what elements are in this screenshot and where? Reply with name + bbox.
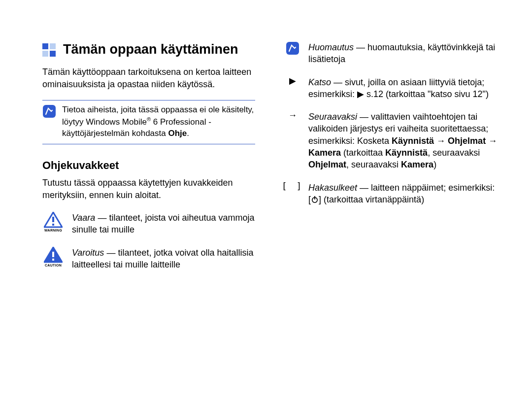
caution-term: Varoitus bbox=[72, 248, 104, 258]
warning-term: Vaara bbox=[72, 213, 95, 223]
note2-row: Huomautus — huomautuksia, käyttövinkkejä… bbox=[285, 41, 498, 66]
next-t4: , seuraavaksi bbox=[346, 160, 401, 169]
next-row: → Seuraavaksi — valittavien vaihtoehtoje… bbox=[285, 111, 498, 170]
next-b2: Ohjelmat bbox=[448, 136, 486, 146]
page-title: Tämän oppaan käyttäminen bbox=[63, 41, 238, 57]
power-icon bbox=[311, 196, 319, 203]
next-b1: Käynnistä bbox=[392, 136, 434, 146]
next-t5: ) bbox=[433, 160, 436, 169]
see-row: ▶ Katso — sivut, joilla on asiaan liitty… bbox=[285, 76, 498, 100]
note-dot: . bbox=[187, 129, 189, 138]
warning-label: WARNING bbox=[44, 229, 62, 232]
reg-mark: ® bbox=[147, 116, 151, 122]
next-a2: → bbox=[486, 136, 497, 146]
br-term: Hakasulkeet bbox=[308, 183, 357, 193]
warning-row: WARNING Vaara — tilanteet, joista voi ai… bbox=[42, 212, 255, 236]
svg-rect-0 bbox=[42, 43, 48, 49]
play-icon: ▶ bbox=[289, 76, 296, 85]
next-b5: Ohjelmat bbox=[308, 160, 346, 169]
note2-term: Huomautus bbox=[308, 42, 354, 52]
inline-play-icon: ▶ bbox=[357, 89, 364, 99]
svg-rect-1 bbox=[50, 43, 56, 49]
intro-text: Tämän käyttöoppaan tarkoituksena on kert… bbox=[42, 66, 255, 90]
sub-intro: Tutustu tässä oppaassa käytettyjen kuvak… bbox=[42, 177, 255, 201]
svg-rect-2 bbox=[42, 51, 48, 57]
caution-icon bbox=[44, 247, 63, 263]
svg-rect-4 bbox=[43, 105, 56, 118]
grid-icon bbox=[42, 43, 56, 57]
caution-row: CAUTION Varoitus — tilanteet, jotka voiv… bbox=[42, 247, 255, 271]
warning-icon bbox=[44, 212, 63, 228]
note-help: Ohje bbox=[168, 129, 187, 138]
svg-rect-6 bbox=[52, 224, 54, 226]
svg-rect-3 bbox=[50, 51, 56, 57]
svg-rect-9 bbox=[286, 42, 299, 55]
brackets-row: [ ] Hakasulkeet — laitteen näppäimet; es… bbox=[285, 182, 498, 206]
svg-rect-8 bbox=[52, 259, 54, 261]
next-b6: Kamera bbox=[401, 160, 433, 169]
next-term: Seuraavaksi bbox=[308, 112, 357, 122]
next-a1: → bbox=[434, 136, 448, 146]
note-icon bbox=[286, 41, 299, 55]
br-t2: ] (tarkoittaa virtanäppäintä) bbox=[319, 195, 424, 204]
see-term: Katso bbox=[308, 77, 331, 87]
svg-rect-5 bbox=[52, 217, 54, 222]
next-t3: , seuraavaksi bbox=[428, 148, 480, 158]
note-callout: Tietoa aiheista, joita tässä oppaassa ei… bbox=[42, 100, 255, 144]
next-t2: (tarkoittaa bbox=[341, 148, 385, 158]
brackets-icon: [ ] bbox=[282, 182, 304, 191]
see-example: s.12 (tarkoittaa "katso sivu 12") bbox=[364, 89, 489, 99]
warning-text: — tilanteet, joista voi aiheutua vammoja… bbox=[72, 213, 255, 234]
note-icon bbox=[42, 104, 56, 118]
next-b3: Kamera bbox=[308, 148, 341, 158]
next-b4: Käynnistä bbox=[385, 148, 428, 158]
caution-label: CAUTION bbox=[45, 264, 62, 267]
sub-heading: Ohjekuvakkeet bbox=[42, 159, 255, 172]
svg-rect-7 bbox=[52, 252, 54, 257]
arrow-right-icon: → bbox=[288, 111, 297, 120]
